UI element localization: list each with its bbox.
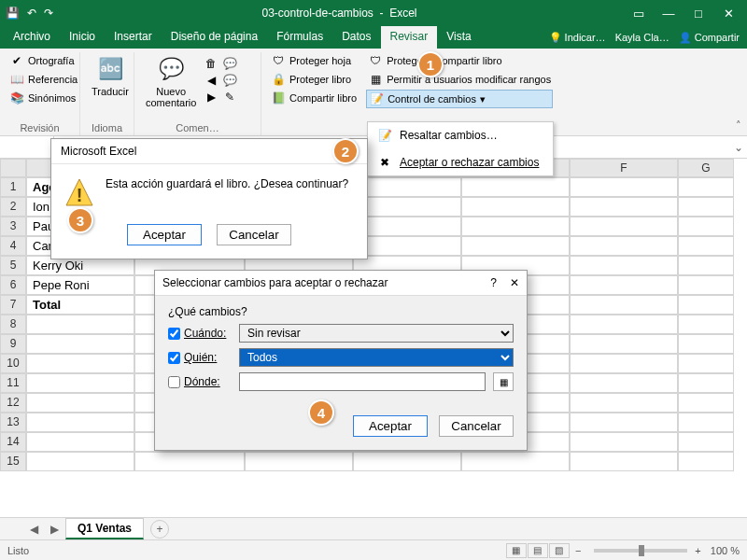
row-header[interactable]: 4 xyxy=(0,236,26,256)
zoom-slider[interactable] xyxy=(594,549,687,553)
select-all-corner[interactable] xyxy=(0,159,26,177)
range-picker-icon[interactable]: ▦ xyxy=(493,372,514,391)
view-normal-icon[interactable]: ▦ xyxy=(506,543,527,558)
tab-insert[interactable]: Insertar xyxy=(105,26,162,49)
row-header[interactable]: 3 xyxy=(0,217,26,236)
row-header[interactable]: 6 xyxy=(0,275,26,295)
svg-text:!: ! xyxy=(77,185,83,205)
share-button[interactable]: 👤Compartir xyxy=(679,32,740,44)
prev-comment-icon[interactable]: ◀ xyxy=(204,73,218,88)
row-header[interactable]: 11 xyxy=(0,373,26,393)
share-book-button[interactable]: 📗Compartir libro xyxy=(269,90,359,106)
view-switcher[interactable]: ▦ ▤ ▧ xyxy=(506,543,570,558)
name-box[interactable] xyxy=(0,136,54,158)
who-select[interactable]: Todos xyxy=(239,348,514,367)
dialog2-accept-button[interactable]: Aceptar xyxy=(353,415,428,437)
sheet-tab[interactable]: Q1 Ventas xyxy=(65,518,144,539)
minimize-icon[interactable]: — xyxy=(655,7,682,21)
group-comments: Comen… xyxy=(142,122,253,135)
delete-comment-icon[interactable]: 🗑 xyxy=(204,56,218,71)
tell-me[interactable]: 💡Indicar… xyxy=(549,32,606,44)
row-header[interactable]: 10 xyxy=(0,354,26,373)
maximize-icon[interactable]: □ xyxy=(685,7,712,21)
collapse-ribbon-icon[interactable]: ˄ xyxy=(736,119,741,132)
track-changes-button[interactable]: 📝Control de cambios ▾ xyxy=(366,90,553,108)
row-header[interactable]: 9 xyxy=(0,334,26,354)
cell[interactable]: Total xyxy=(26,295,134,315)
allow-ranges-button[interactable]: ▦Permitir a usuarios modificar rangos xyxy=(366,71,553,88)
row-header[interactable]: 8 xyxy=(0,315,26,334)
row-header[interactable]: 7 xyxy=(0,295,26,315)
zoom-out-icon[interactable]: − xyxy=(575,545,581,556)
accept-button[interactable]: Aceptar xyxy=(127,224,202,245)
protect-book-button[interactable]: 🔒Proteger libro xyxy=(269,71,359,88)
when-select[interactable]: Sin revisar xyxy=(239,324,514,343)
accept-reject-item[interactable]: ✖Aceptar o rechazar cambios xyxy=(368,148,553,175)
tab-review[interactable]: Revisar xyxy=(381,26,438,49)
who-checkbox[interactable]: Quién: xyxy=(168,351,232,364)
view-layout-icon[interactable]: ▤ xyxy=(528,543,548,558)
tab-home[interactable]: Inicio xyxy=(60,26,105,49)
thesaurus-button[interactable]: 📚Sinónimos xyxy=(7,90,79,106)
next-comment-icon[interactable]: ▶ xyxy=(204,90,218,105)
sheet-tab-bar: ◀ ▶ Q1 Ventas + xyxy=(0,517,747,539)
tab-data[interactable]: Datos xyxy=(332,26,380,49)
redo-icon[interactable]: ↷ xyxy=(44,7,53,20)
translate-button[interactable]: 🔤 Traducir xyxy=(88,52,133,99)
tab-view[interactable]: Vista xyxy=(437,26,480,49)
dialog2-cancel-button[interactable]: Cancelar xyxy=(439,415,514,437)
spelling-button[interactable]: ✔Ortografía xyxy=(7,52,79,69)
account-user[interactable]: Kayla Cla… xyxy=(615,32,669,43)
callout-3: 3 xyxy=(67,207,93,233)
row-header[interactable]: 2 xyxy=(0,197,26,217)
sheet-prev-icon[interactable]: ◀ xyxy=(24,523,44,536)
cell[interactable]: Pepe Roni xyxy=(26,275,134,295)
protect-book-label: Proteger libro xyxy=(289,74,351,85)
protect-sheet-button[interactable]: 🛡Proteger hoja xyxy=(269,52,359,69)
tab-file[interactable]: Archivo xyxy=(4,26,60,49)
save-icon[interactable]: 💾 xyxy=(6,7,20,20)
row-header[interactable]: 12 xyxy=(0,393,26,413)
shield-icon: 🛡 xyxy=(271,53,286,68)
reference-button[interactable]: 📖Referencia xyxy=(7,71,79,88)
view-pagebreak-icon[interactable]: ▧ xyxy=(549,543,570,558)
row-header[interactable]: 13 xyxy=(0,413,26,432)
row-header[interactable]: 14 xyxy=(0,432,26,452)
show-comment-icon[interactable]: 💬 xyxy=(222,56,237,71)
show-ink-icon[interactable]: ✎ xyxy=(222,90,237,105)
close-icon[interactable]: ✕ xyxy=(715,7,741,21)
col-header-g[interactable]: G xyxy=(678,159,734,177)
bulb-icon: 💡 xyxy=(549,32,562,44)
show-all-comments-icon[interactable]: 💬 xyxy=(222,73,237,88)
protect-share-button[interactable]: 🛡Proteger y compartir libro xyxy=(366,52,553,69)
dialog2-title: Seleccionar cambios para aceptar o recha… xyxy=(162,276,490,289)
row-header[interactable]: 5 xyxy=(0,256,26,275)
comment-icon: 💬 xyxy=(156,54,186,84)
undo-icon[interactable]: ↶ xyxy=(27,7,36,20)
add-sheet-button[interactable]: + xyxy=(150,520,169,539)
when-checkbox[interactable]: Cuándo: xyxy=(168,327,232,340)
ribbon-options-icon[interactable]: ▭ xyxy=(626,7,652,21)
chevron-down-icon: ▾ xyxy=(480,93,486,105)
sheet-next-icon[interactable]: ▶ xyxy=(45,523,64,536)
tab-formulas[interactable]: Fórmulas xyxy=(267,26,332,49)
close-dialog-icon[interactable]: ✕ xyxy=(510,276,519,289)
tab-layout[interactable]: Diseño de página xyxy=(162,26,267,49)
title-bar: 💾 ↶ ↷ 03-control-de-cambios - Excel ▭ — … xyxy=(0,0,747,26)
col-header-f[interactable]: F xyxy=(570,159,678,177)
zoom-level[interactable]: 100 % xyxy=(711,545,740,556)
highlight-changes-item[interactable]: 📝Resaltar cambios… xyxy=(368,122,553,148)
where-input[interactable] xyxy=(239,372,486,391)
callout-2: 2 xyxy=(332,138,359,164)
help-icon[interactable]: ? xyxy=(490,276,497,289)
expand-formula-icon[interactable]: ⌄ xyxy=(730,141,747,154)
book-icon: 📖 xyxy=(9,72,24,87)
row-header[interactable]: 15 xyxy=(0,452,26,471)
row-header[interactable]: 1 xyxy=(0,177,26,197)
zoom-in-icon[interactable]: + xyxy=(695,545,700,556)
cancel-button[interactable]: Cancelar xyxy=(217,224,291,245)
where-checkbox[interactable]: Dónde: xyxy=(168,375,232,388)
new-comment-button[interactable]: 💬 Nuevo comentario xyxy=(142,52,200,110)
protect-share-icon: 🛡 xyxy=(368,53,383,68)
thesaurus-label: Sinónimos xyxy=(28,92,76,104)
